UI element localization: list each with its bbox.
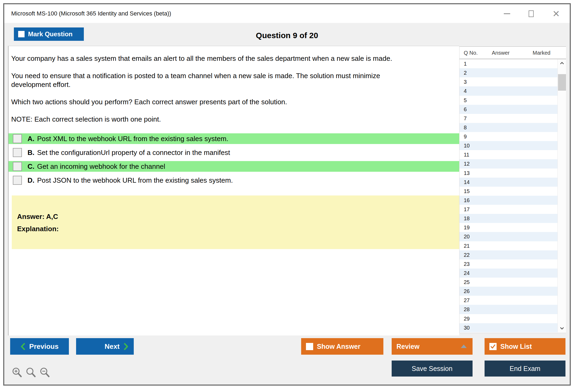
question-paragraph: Which two actions should you perform? Ea… — [11, 98, 428, 106]
app-window: Microsoft MS-100 (Microsoft 365 Identity… — [3, 3, 571, 386]
question-row[interactable]: 3 — [459, 77, 557, 86]
answer-explanation-panel: Answer: A,C Explanation: — [12, 195, 459, 249]
question-row[interactable]: 1 — [459, 59, 557, 68]
end-exam-label: End Exam — [510, 365, 540, 373]
next-label: Next — [105, 342, 120, 351]
mark-question-label: Mark Question — [28, 30, 73, 38]
column-answer: Answer — [492, 47, 510, 59]
question-row[interactable]: 16 — [459, 196, 557, 205]
question-row[interactable]: 7 — [459, 114, 557, 123]
mark-question-button[interactable]: Mark Question — [14, 27, 84, 41]
zoom-out-icon[interactable] — [40, 367, 51, 379]
maximize-button[interactable] — [525, 6, 537, 21]
answer-option[interactable]: C.Get an incoming webhook for the channe… — [9, 161, 459, 172]
show-list-button[interactable]: Show List — [485, 338, 565, 355]
column-qno: Q No. — [464, 47, 478, 59]
review-label: Review — [396, 343, 419, 350]
question-row[interactable]: 12 — [459, 159, 557, 168]
maximize-icon — [529, 10, 534, 17]
check-icon — [490, 344, 496, 349]
question-list-body: 1234567891011121314151617181920212223242… — [459, 59, 566, 332]
option-checkbox[interactable] — [13, 134, 22, 143]
option-letter: A. — [27, 135, 34, 143]
question-row[interactable]: 8 — [459, 123, 557, 132]
close-button[interactable]: × — [550, 6, 562, 21]
show-list-checkbox[interactable] — [489, 343, 497, 350]
question-row[interactable]: 5 — [459, 96, 557, 105]
scrollbar[interactable] — [557, 59, 566, 332]
option-letter: C. — [27, 162, 34, 171]
question-row[interactable]: 4 — [459, 86, 557, 95]
save-session-label: Save Session — [412, 365, 453, 373]
question-row[interactable]: 9 — [459, 132, 557, 141]
question-row[interactable]: 21 — [459, 241, 557, 250]
question-row[interactable]: 22 — [459, 250, 557, 259]
question-row[interactable]: 23 — [459, 259, 557, 269]
question-row[interactable]: 10 — [459, 141, 557, 150]
close-icon: × — [553, 8, 560, 19]
question-counter: Question 9 of 20 — [4, 31, 570, 40]
save-session-button[interactable]: Save Session — [392, 361, 473, 377]
question-row[interactable]: 26 — [459, 287, 557, 296]
question-row[interactable]: 30 — [459, 323, 557, 332]
window-title: Microsoft MS-100 (Microsoft 365 Identity… — [11, 4, 171, 23]
next-button[interactable]: Next — [76, 338, 134, 355]
question-row[interactable]: 11 — [459, 150, 557, 159]
question-row[interactable]: 6 — [459, 105, 557, 114]
option-checkbox[interactable] — [13, 162, 22, 171]
chevron-right-icon — [124, 343, 128, 350]
question-row[interactable]: 27 — [459, 296, 557, 305]
question-row[interactable]: 17 — [459, 205, 557, 214]
question-paragraph: Your company has a sales system that ema… — [11, 54, 428, 63]
question-paragraph: NOTE: Each correct selection is worth on… — [11, 115, 428, 124]
question-row[interactable]: 2 — [459, 68, 557, 77]
option-letter: B. — [27, 149, 34, 157]
option-text: Get an incoming webhook for the channel — [37, 162, 165, 171]
question-row[interactable]: 20 — [459, 232, 557, 241]
title-bar: Microsoft MS-100 (Microsoft 365 Identity… — [4, 4, 570, 23]
end-exam-button[interactable]: End Exam — [485, 361, 565, 377]
zoom-in-icon[interactable] — [12, 367, 23, 379]
zoom-reset-icon[interactable] — [26, 367, 37, 379]
scroll-thumb[interactable] — [558, 74, 566, 91]
scroll-down-button[interactable] — [558, 324, 566, 332]
question-rows: 1234567891011121314151617181920212223242… — [459, 59, 566, 332]
option-text: Set the configurationUrl property of a c… — [37, 149, 230, 157]
question-row[interactable]: 15 — [459, 187, 557, 196]
question-row[interactable]: 28 — [459, 305, 557, 314]
show-answer-label: Show Answer — [317, 343, 360, 350]
question-panel: Your company has a sales system that ema… — [8, 46, 459, 335]
question-paragraph: You need to ensure that a notification i… — [11, 71, 428, 89]
option-text: Post XML to the webhook URL from the exi… — [37, 135, 228, 143]
option-checkbox[interactable] — [13, 176, 22, 185]
show-answer-button[interactable]: Show Answer — [301, 338, 383, 355]
minimize-button[interactable] — [501, 6, 513, 21]
question-row[interactable]: 14 — [459, 178, 557, 187]
previous-label: Previous — [29, 342, 59, 351]
question-row[interactable]: 19 — [459, 223, 557, 232]
question-row[interactable]: 24 — [459, 269, 557, 278]
previous-button[interactable]: Previous — [10, 338, 69, 355]
show-list-label: Show List — [500, 343, 532, 350]
show-answer-checkbox[interactable] — [306, 343, 313, 350]
answer-option[interactable]: D.Post JSON to the webhook URL from the … — [9, 175, 459, 186]
question-list-panel: Q No. Answer Marked 12345678910111213141… — [459, 46, 566, 333]
explanation-label: Explanation: — [17, 225, 459, 233]
column-marked: Marked — [533, 47, 551, 59]
review-button[interactable]: Review — [392, 338, 473, 355]
option-checkbox[interactable] — [13, 148, 22, 157]
question-row[interactable]: 13 — [459, 169, 557, 178]
answer-options: A.Post XML to the webhook URL from the e… — [9, 133, 459, 186]
answer-option[interactable]: A.Post XML to the webhook URL from the e… — [9, 133, 459, 144]
chevron-left-icon — [21, 343, 25, 350]
scroll-up-button[interactable] — [558, 59, 566, 67]
answer-option[interactable]: B.Set the configurationUrl property of a… — [9, 147, 459, 158]
zoom-toolbar — [12, 367, 51, 379]
chevron-up-icon — [560, 62, 564, 65]
question-list-header: Q No. Answer Marked — [459, 47, 566, 59]
question-row[interactable]: 25 — [459, 278, 557, 287]
question-row[interactable]: 29 — [459, 314, 557, 323]
option-letter: D. — [27, 176, 34, 185]
mark-question-checkbox[interactable] — [18, 31, 25, 37]
question-row[interactable]: 18 — [459, 214, 557, 223]
